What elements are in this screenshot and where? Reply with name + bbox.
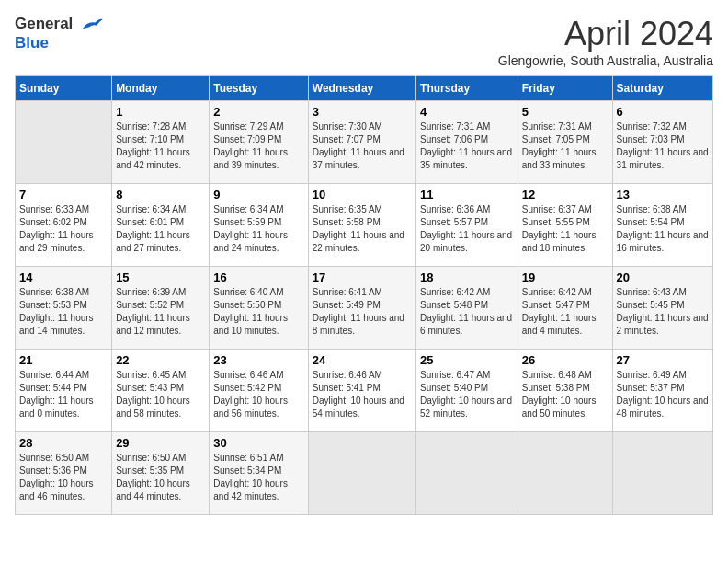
day-number: 14 [19,270,108,284]
calendar-cell [612,432,712,515]
daylight: Daylight: 10 hours and 56 minutes. [213,396,288,419]
sunrise: Sunrise: 6:50 AM [116,453,186,463]
day-info: Sunrise: 6:48 AM Sunset: 5:38 PM Dayligh… [522,369,609,420]
calendar-week-row: 28 Sunrise: 6:50 AM Sunset: 5:36 PM Dayl… [16,432,713,515]
calendar-week-row: 21 Sunrise: 6:44 AM Sunset: 5:44 PM Dayl… [16,350,713,432]
day-info: Sunrise: 6:43 AM Sunset: 5:45 PM Dayligh… [617,286,709,338]
daylight: Daylight: 11 hours and 37 minutes. [313,147,404,170]
calendar-cell: 25 Sunrise: 6:47 AM Sunset: 5:40 PM Dayl… [416,350,518,432]
weekday-header: Sunday [16,76,112,101]
sunrise: Sunrise: 6:41 AM [313,287,382,297]
sunrise: Sunrise: 7:31 AM [420,121,490,132]
calendar-cell: 26 Sunrise: 6:48 AM Sunset: 5:38 PM Dayl… [518,350,612,432]
sunset: Sunset: 6:02 PM [19,217,87,227]
sunset: Sunset: 6:01 PM [116,217,184,227]
daylight: Daylight: 11 hours and 12 minutes. [116,313,190,336]
sunrise: Sunrise: 6:46 AM [213,370,283,380]
day-number: 23 [213,353,303,367]
day-number: 25 [420,353,514,367]
sunset: Sunset: 5:49 PM [313,300,381,310]
sunrise: Sunrise: 6:35 AM [313,204,382,214]
day-number: 28 [19,436,108,450]
daylight: Daylight: 11 hours and 6 minutes. [420,313,512,336]
day-number: 7 [19,188,108,201]
sunrise: Sunrise: 7:29 AM [213,121,283,132]
sunrise: Sunrise: 6:33 AM [19,204,89,214]
day-number: 21 [19,353,108,367]
daylight: Daylight: 10 hours and 50 minutes. [522,396,597,419]
calendar-cell: 2 Sunrise: 7:29 AM Sunset: 7:09 PM Dayli… [210,101,308,184]
day-info: Sunrise: 6:39 AM Sunset: 5:52 PM Dayligh… [116,286,205,338]
sunrise: Sunrise: 6:44 AM [19,370,89,380]
sunset: Sunset: 5:41 PM [313,383,381,393]
sunset: Sunset: 5:34 PM [213,465,281,476]
weekday-header: Thursday [416,76,518,101]
calendar-week-row: 7 Sunrise: 6:33 AM Sunset: 6:02 PM Dayli… [16,184,713,267]
day-info: Sunrise: 6:34 AM Sunset: 5:59 PM Dayligh… [213,203,303,255]
daylight: Daylight: 11 hours and 35 minutes. [420,147,512,170]
daylight: Daylight: 11 hours and 10 minutes. [213,313,288,336]
day-number: 27 [617,353,709,367]
title-block: April 2024 Glengowrie, South Australia, … [498,15,713,68]
sunrise: Sunrise: 7:28 AM [116,121,186,132]
sunset: Sunset: 5:52 PM [116,300,184,310]
day-number: 13 [617,188,709,201]
day-info: Sunrise: 6:47 AM Sunset: 5:40 PM Dayligh… [420,369,514,420]
sunset: Sunset: 5:57 PM [420,217,488,227]
day-number: 9 [213,188,303,201]
daylight: Daylight: 11 hours and 8 minutes. [313,313,404,336]
page-header: General Blue April 2024 Glengowrie, Sout… [15,15,713,68]
day-info: Sunrise: 7:28 AM Sunset: 7:10 PM Dayligh… [116,121,205,172]
calendar-cell: 28 Sunrise: 6:50 AM Sunset: 5:36 PM Dayl… [16,432,112,515]
day-number: 8 [116,188,205,201]
calendar-cell: 14 Sunrise: 6:38 AM Sunset: 5:53 PM Dayl… [16,267,112,350]
day-number: 17 [313,270,412,284]
sunset: Sunset: 7:09 PM [213,134,281,144]
day-info: Sunrise: 6:46 AM Sunset: 5:41 PM Dayligh… [313,369,412,420]
calendar-cell [16,101,112,184]
day-info: Sunrise: 6:45 AM Sunset: 5:43 PM Dayligh… [116,369,205,420]
sunset: Sunset: 7:03 PM [617,134,685,144]
day-info: Sunrise: 6:36 AM Sunset: 5:57 PM Dayligh… [420,203,514,255]
day-number: 22 [116,353,205,367]
day-info: Sunrise: 6:41 AM Sunset: 5:49 PM Dayligh… [313,286,412,338]
sunrise: Sunrise: 6:36 AM [420,204,490,214]
sunrise: Sunrise: 6:48 AM [522,370,592,380]
header-row: SundayMondayTuesdayWednesdayThursdayFrid… [16,76,713,101]
sunrise: Sunrise: 7:32 AM [617,121,687,132]
logo: General Blue [15,15,105,52]
sunrise: Sunrise: 6:43 AM [617,287,687,297]
day-number: 6 [617,105,709,119]
calendar-cell: 18 Sunrise: 6:42 AM Sunset: 5:48 PM Dayl… [416,267,518,350]
weekday-header: Friday [518,76,612,101]
daylight: Daylight: 11 hours and 31 minutes. [617,147,709,170]
daylight: Daylight: 11 hours and 33 minutes. [522,147,597,170]
calendar-cell: 20 Sunrise: 6:43 AM Sunset: 5:45 PM Dayl… [612,267,712,350]
weekday-header: Saturday [612,76,712,101]
sunset: Sunset: 7:07 PM [313,134,381,144]
sunrise: Sunrise: 6:38 AM [617,204,687,214]
sunrise: Sunrise: 6:47 AM [420,370,490,380]
logo-text-line1: General [15,15,105,35]
day-info: Sunrise: 6:42 AM Sunset: 5:47 PM Dayligh… [522,286,609,338]
sunset: Sunset: 5:40 PM [420,383,488,393]
calendar-cell: 22 Sunrise: 6:45 AM Sunset: 5:43 PM Dayl… [112,350,210,432]
sunset: Sunset: 5:50 PM [213,300,281,310]
day-number: 24 [313,353,412,367]
day-info: Sunrise: 6:50 AM Sunset: 5:36 PM Dayligh… [19,452,108,503]
calendar-cell: 24 Sunrise: 6:46 AM Sunset: 5:41 PM Dayl… [308,350,415,432]
calendar-cell: 12 Sunrise: 6:37 AM Sunset: 5:55 PM Dayl… [518,184,612,267]
sunrise: Sunrise: 7:30 AM [313,121,382,132]
day-info: Sunrise: 7:32 AM Sunset: 7:03 PM Dayligh… [617,121,709,172]
day-info: Sunrise: 6:37 AM Sunset: 5:55 PM Dayligh… [522,203,609,255]
day-info: Sunrise: 6:42 AM Sunset: 5:48 PM Dayligh… [420,286,514,338]
calendar-cell: 6 Sunrise: 7:32 AM Sunset: 7:03 PM Dayli… [612,101,712,184]
sunset: Sunset: 5:55 PM [522,217,590,227]
sunset: Sunset: 7:10 PM [116,134,184,144]
sunrise: Sunrise: 6:46 AM [313,370,382,380]
sunrise: Sunrise: 6:40 AM [213,287,283,297]
sunset: Sunset: 5:44 PM [19,383,87,393]
weekday-header: Tuesday [210,76,308,101]
daylight: Daylight: 10 hours and 58 minutes. [116,396,190,419]
daylight: Daylight: 10 hours and 46 minutes. [19,478,94,501]
